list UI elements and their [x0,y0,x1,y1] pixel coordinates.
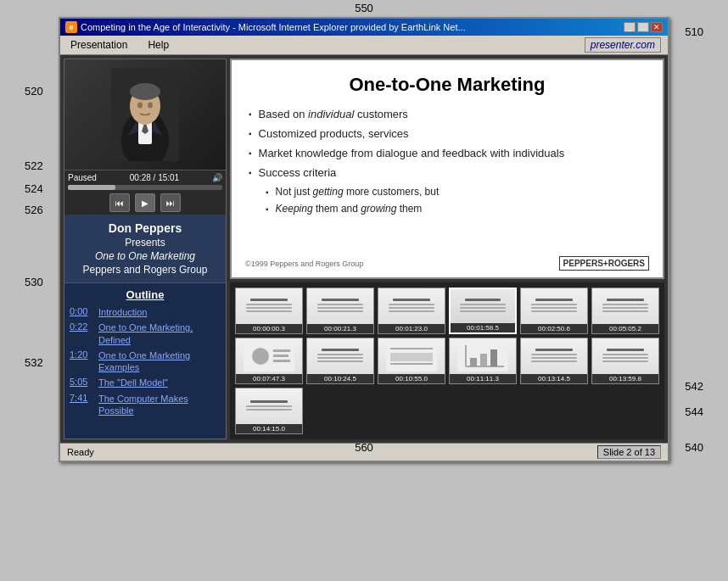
thumb-time-3: 00:01:23.0 [378,324,445,333]
thumb-time-6: 00:05:05.2 [592,324,658,333]
thumbnail-6[interactable]: 00:05:05.2 [591,288,659,334]
svg-rect-24 [480,354,487,366]
slide-footer: ©1999 Peppers and Rogers Group PEPPERS+R… [245,256,649,271]
peppers-rogers-logo: PEPPERS+ROGERS [559,256,649,271]
main-content: Paused 00:28 / 15:01 🔊 ⏮ ▶ ⏭ [60,55,668,443]
svg-rect-25 [490,349,497,366]
progress-fill [68,185,115,190]
outline-time-4[interactable]: 7:41 [70,393,93,417]
thumb-content-4 [451,289,515,323]
menu-presentation[interactable]: Presentation [67,38,131,52]
volume-icon[interactable]: 🔊 [212,173,222,182]
rewind-button[interactable]: ⏮ [109,193,130,212]
right-panel: One-to-One Marketing ▪ Based on individu… [230,59,664,439]
annotation-510: 510 [685,25,703,38]
svg-rect-19 [390,363,433,365]
minimize-button[interactable]: _ [624,22,636,32]
thumbnail-row-2: 00:07:47.3 00:10:24.5 [235,338,659,384]
thumbnail-1[interactable]: 00:00:00.3 [235,288,303,334]
thumbnail-10[interactable]: 00:11:11.3 [449,338,517,384]
sub-bullet-icon-1: ▪ [266,204,269,214]
sub-bullet-icon-0: ▪ [266,187,269,197]
slide-title: One-to-One Marketing [249,74,646,96]
video-paused-label: Paused [68,173,97,182]
bullet-icon-3: ▪ [249,168,252,177]
outline-panel: Outline 0:00 Introduction 0:22 One to On… [64,283,226,439]
thumbnail-11[interactable]: 00:13:14.5 [520,338,588,384]
thumb-content-6 [592,288,658,324]
browser-title: Competing in the Age of Interactivity - … [81,22,466,32]
thumbnail-strip: 00:00:00.3 00:00:21.3 [230,282,664,439]
slide-sub-bullet-text-0: Not just getting more customers, but [276,186,440,198]
presenter-logo: presenter.com [585,37,661,53]
slide-display: One-to-One Marketing ▪ Based on individu… [230,59,664,279]
thumbnail-2[interactable]: 00:00:21.3 [306,288,374,334]
presenter-company: Peppers and Rogers Group [70,264,221,276]
window-controls[interactable]: _ □ ✕ [624,22,663,32]
thumb-time-4: 00:01:58.5 [451,323,515,332]
thumbnail-4[interactable]: 00:01:58.5 [449,288,517,334]
slide-bullet-text-0: Based on individual customers [259,108,408,120]
outline-text-0[interactable]: Introduction [98,306,147,318]
thumbnail-8[interactable]: 00:10:24.5 [306,338,374,384]
slide-bullet-text-3: Success criteria [259,166,337,179]
maximize-button[interactable]: □ [637,22,649,32]
slide-copyright: ©1999 Peppers and Rogers Group [245,260,363,268]
svg-point-8 [148,103,153,109]
slide-bullet-0: ▪ Based on individual customers [249,108,646,120]
outline-time-0[interactable]: 0:00 [70,306,93,318]
outline-text-1[interactable]: One to One Marketing, Defined [98,321,221,346]
status-ready: Ready [67,447,94,457]
close-button[interactable]: ✕ [651,22,663,32]
svg-rect-14 [273,355,288,357]
thumbnail-9[interactable]: 00:10:55.0 [378,338,445,384]
annotation-524: 524 [25,182,43,195]
annotation-544: 544 [685,405,703,418]
outline-item-3[interactable]: 5:05 The "Dell Model" [70,377,221,388]
annotation-522: 522 [25,159,43,172]
thumb-content-7 [236,338,302,374]
outline-time-2[interactable]: 1:20 [70,349,93,374]
outline-title: Outline [70,288,221,301]
outline-item-2[interactable]: 1:20 One to One Marketing Examples [70,349,221,374]
thumbnail-row-3: 00:14:15.0 [235,388,659,434]
slide-sub-bullet-0: ▪ Not just getting more customers, but [266,186,646,198]
bullet-icon-0: ▪ [249,109,252,119]
thumb-content-12 [592,338,658,374]
outline-text-3[interactable]: The "Dell Model" [98,377,168,388]
thumb-time-5: 00:02:50.6 [521,324,587,333]
thumbnail-5[interactable]: 00:02:50.6 [520,288,588,334]
slide-bullet-3: ▪ Success criteria [249,166,646,179]
thumb-content-5 [521,288,587,324]
progress-bar[interactable] [68,185,222,190]
outline-time-3[interactable]: 5:05 [70,377,93,388]
menu-bar: Presentation Help presenter.com [60,36,668,55]
video-area [64,59,226,170]
thumbnail-12[interactable]: 00:13:59.8 [591,338,659,384]
browser-icon: e [65,21,77,33]
fast-forward-button[interactable]: ⏭ [160,193,181,212]
slide-bullet-text-2: Market knowledge from dialogue and feedb… [259,147,565,159]
outline-text-4[interactable]: The Computer Makes Possible [98,393,221,417]
outline-item-1[interactable]: 0:22 One to One Marketing, Defined [70,321,221,346]
outline-text-2[interactable]: One to One Marketing Examples [98,349,221,374]
thumb-time-1: 00:00:00.3 [236,324,302,333]
outline-time-1[interactable]: 0:22 [70,321,93,346]
bullet-icon-1: ▪ [249,129,252,138]
svg-rect-15 [273,360,290,362]
video-controls: Paused 00:28 / 15:01 🔊 ⏮ ▶ ⏭ [64,170,226,215]
thumbnail-7[interactable]: 00:07:47.3 [235,338,303,384]
thumb-content-13 [236,388,302,424]
video-person [64,59,226,170]
menu-help[interactable]: Help [144,38,172,52]
thumb-time-11: 00:13:14.5 [521,374,587,383]
outline-item-4[interactable]: 7:41 The Computer Makes Possible [70,393,221,417]
thumbnail-3[interactable]: 00:01:23.0 [378,288,445,334]
play-button[interactable]: ▶ [135,193,155,212]
svg-rect-18 [390,353,433,361]
thumb-content-9 [378,338,445,374]
slide-sub-bullet-text-1: Keeping them and growing them [276,203,423,215]
presenter-name: Don Peppers [70,221,221,235]
thumbnail-13[interactable]: 00:14:15.0 [235,388,303,434]
outline-item-0[interactable]: 0:00 Introduction [70,306,221,318]
